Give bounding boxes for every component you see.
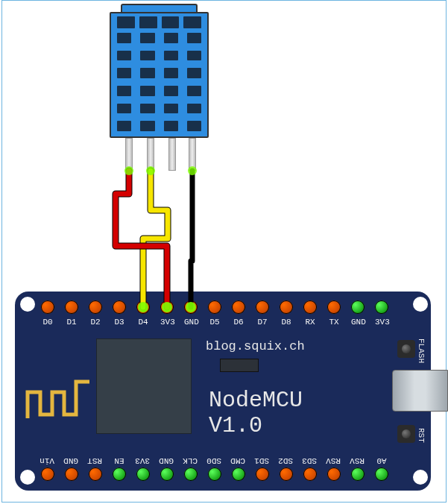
svg-point-1 (146, 166, 155, 175)
svg-point-4 (162, 302, 172, 312)
svg-point-3 (138, 302, 148, 312)
wires (0, 0, 448, 504)
svg-point-0 (124, 166, 133, 175)
svg-point-2 (188, 166, 197, 175)
svg-point-5 (186, 302, 196, 312)
